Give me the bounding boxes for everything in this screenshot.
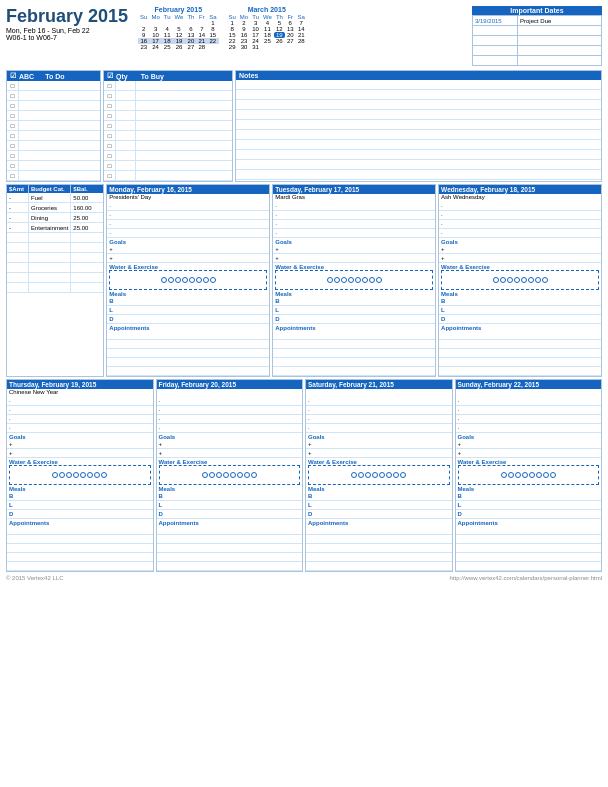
day-line: ·: [306, 406, 452, 415]
appt-line: [306, 526, 452, 535]
checkbox-icon: □: [11, 133, 15, 139]
appt-line: [157, 562, 303, 571]
appt-line: [7, 526, 153, 535]
day-line: ·: [273, 211, 435, 220]
lunch-row: L: [7, 501, 153, 510]
day-line: ·: [456, 424, 602, 433]
tobuy-header: ☑ Qty To Buy: [104, 71, 232, 81]
appt-line: [157, 535, 303, 544]
checkbox-icon: □: [11, 143, 15, 149]
appt-line: [107, 367, 269, 376]
breakfast-row: B: [306, 492, 452, 501]
imp-row: [473, 46, 602, 56]
budget-row: - Groceries 160.00: [7, 203, 103, 213]
goals-label: Goals: [439, 238, 601, 245]
goals-label: Goals: [107, 238, 269, 245]
water-circle: [244, 472, 250, 478]
tobuy-line: □: [104, 171, 232, 181]
water-circle: [542, 277, 548, 283]
tobuy-line: □: [104, 91, 232, 101]
day-line: ·: [7, 397, 153, 406]
important-dates: Important Dates 3/19/2015 Project Due: [472, 6, 602, 66]
breakfast-row: B: [157, 492, 303, 501]
water-circle: [52, 472, 58, 478]
friday-holiday: [157, 389, 303, 397]
mini-calendars: February 2015 SuMoTuWeThFrSa 1 2345678 9…: [138, 6, 472, 50]
goal-line: +: [306, 449, 452, 458]
budget-row: [7, 253, 103, 263]
day-line: ·: [306, 415, 452, 424]
thursday-dotlines: · · · ·: [7, 397, 153, 433]
mar-cal-title: March 2015: [227, 6, 307, 13]
notes-line: [236, 120, 601, 130]
dinner-row: D: [157, 510, 303, 519]
budget-cell-amt: -: [7, 193, 29, 202]
water-circle: [175, 277, 181, 283]
day-wednesday: Wednesday, February 18, 2015 Ash Wednesd…: [438, 184, 602, 377]
goal-line: +: [273, 254, 435, 263]
goal-line: +: [439, 254, 601, 263]
water-circle: [59, 472, 65, 478]
budget-row: [7, 243, 103, 253]
goal-line: +: [107, 245, 269, 254]
thursday-holiday: Chinese New Year: [7, 389, 153, 397]
appointments-label: Appointments: [157, 519, 303, 526]
notes-line: [236, 100, 601, 110]
water-circle: [528, 277, 534, 283]
budget-col-bal: $Bal.: [71, 185, 103, 193]
appt-lines: [7, 526, 153, 571]
day-line: ·: [456, 415, 602, 424]
budget-row: [7, 283, 103, 293]
water-circle: [500, 277, 506, 283]
appt-line: [456, 544, 602, 553]
day-monday: Monday, February 16, 2015 Presidents' Da…: [106, 184, 270, 377]
day-line: ·: [7, 406, 153, 415]
budget-cell-amt: -: [7, 223, 29, 232]
todo-check-icon: ☑: [10, 72, 16, 80]
water-exercise: [159, 465, 301, 485]
water-label: Water & Exercise: [7, 458, 153, 465]
water-exercise: [308, 465, 450, 485]
water-circle: [94, 472, 100, 478]
title-block: February 2015 Mon, Feb 16 - Sun, Feb 22 …: [6, 6, 128, 41]
lunch-row: L: [456, 501, 602, 510]
appt-line: [439, 367, 601, 376]
goals-label: Goals: [456, 433, 602, 440]
breakfast-row: B: [439, 297, 601, 306]
appt-line: [107, 349, 269, 358]
appt-line: [107, 358, 269, 367]
budget-cell-amt: -: [7, 213, 29, 222]
day-line: ·: [439, 211, 601, 220]
appt-lines: [157, 526, 303, 571]
day-line: ·: [273, 229, 435, 238]
appt-line: [456, 562, 602, 571]
feb-mini-cal: February 2015 SuMoTuWeThFrSa 1 2345678 9…: [138, 6, 218, 50]
water-label: Water & Exercise: [157, 458, 303, 465]
checkbox-icon: □: [108, 103, 112, 109]
appt-line: [7, 562, 153, 571]
tobuy-line: □: [104, 101, 232, 111]
budget-row: [7, 233, 103, 243]
day-line: ·: [7, 415, 153, 424]
water-circle: [543, 472, 549, 478]
water-label: Water & Exercise: [273, 263, 435, 270]
notes-header: Notes: [236, 71, 601, 80]
notes-line: [236, 130, 601, 140]
imp-date-1: 3/19/2015: [473, 16, 518, 26]
water-label: Water & Exercise: [107, 263, 269, 270]
water-circle: [393, 472, 399, 478]
mar-mini-cal: March 2015 SuMoTuWeThFrSa 1234567 891011…: [227, 6, 307, 50]
budget-header: $Amt Budget Cat. $Bal.: [7, 185, 103, 193]
budget-cell-bal: 25.00: [71, 213, 103, 222]
day-line: ·: [107, 202, 269, 211]
todo-section: ☑ ABC To Do □ □ □ □ □ □ □ □ □ □: [6, 70, 101, 182]
todo-line: □: [7, 151, 100, 161]
appointments-label: Appointments: [439, 324, 601, 331]
budget-row: - Entertainment 25.00: [7, 223, 103, 233]
monday-dotlines: · · · ·: [107, 202, 269, 238]
appt-line: [157, 553, 303, 562]
day-line: ·: [456, 406, 602, 415]
water-circle: [507, 277, 513, 283]
water-circle: [362, 277, 368, 283]
dinner-row: D: [107, 315, 269, 324]
